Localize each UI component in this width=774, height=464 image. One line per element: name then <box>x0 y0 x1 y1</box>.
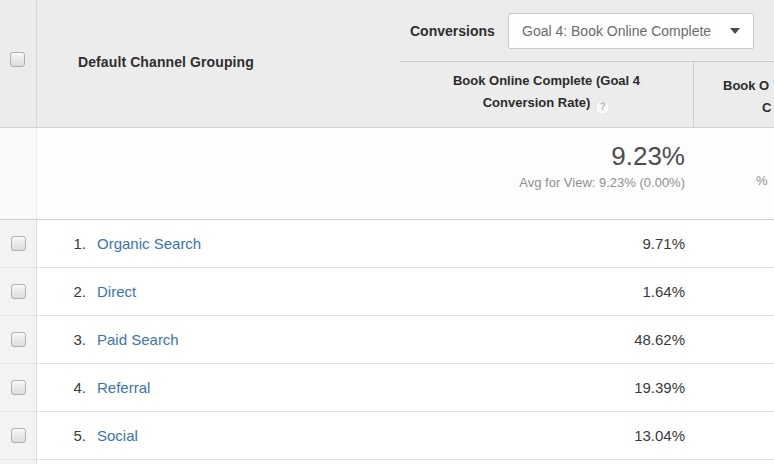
row-checkbox-cell <box>0 364 37 411</box>
analytics-conversions-table: Default Channel Grouping Conversions Goa… <box>0 0 774 464</box>
summary-conversion-rate: 9.23% <box>611 141 685 172</box>
select-all-checkbox[interactable] <box>10 52 25 67</box>
channel-link[interactable]: Social <box>97 427 138 444</box>
channel-link[interactable]: Paid Search <box>97 331 179 348</box>
summary-row: 9.23% Avg for View: 9.23% (0.00%) % <box>0 128 774 220</box>
conversions-label: Conversions <box>410 23 495 39</box>
row-checkbox-cell <box>0 460 37 464</box>
next-metric-column-header-fragment[interactable]: Book O <box>723 78 769 93</box>
column-divider <box>693 62 694 128</box>
row-index: 5. <box>52 427 86 444</box>
next-metric-column-header-fragment-line2: C <box>762 100 771 115</box>
row-index: 1. <box>52 235 86 252</box>
row-index: 4. <box>52 379 86 396</box>
channel-link[interactable]: Direct <box>97 283 136 300</box>
summary-checkbox-column <box>0 128 37 219</box>
table-row: 4. Referral 19.39% <box>0 364 774 412</box>
row-checkbox[interactable] <box>11 380 26 395</box>
row-checkbox-cell <box>0 316 37 363</box>
conversion-rate-value: 9.71% <box>642 235 685 252</box>
row-checkbox-cell <box>0 268 37 315</box>
next-column-summary-fragment: % <box>756 173 768 188</box>
row-checkbox[interactable] <box>11 332 26 347</box>
conversion-rate-value: 13.04% <box>634 427 685 444</box>
help-icon[interactable]: ? <box>595 100 610 115</box>
checkbox-column-header <box>0 0 37 128</box>
conversion-rate-value: 1.64% <box>642 283 685 300</box>
row-checkbox[interactable] <box>11 428 26 443</box>
row-index: 2. <box>52 283 86 300</box>
table-row: 1. Organic Search 9.71% <box>0 220 774 268</box>
table-header: Default Channel Grouping Conversions Goa… <box>0 0 774 128</box>
table-row: 5. Social 13.04% <box>0 412 774 460</box>
channel-link[interactable]: Organic Search <box>97 235 201 252</box>
metric-column-header[interactable]: Book Online Complete (Goal 4 Conversion … <box>400 70 693 115</box>
conversion-rate-value: 19.39% <box>634 379 685 396</box>
goal-selector-value: Goal 4: Book Online Complete <box>522 23 711 39</box>
metric-column-header-line2: Conversion Rate) <box>483 95 591 110</box>
channel-link[interactable]: Referral <box>97 379 150 396</box>
row-index: 3. <box>52 331 86 348</box>
table-row: 3. Paid Search 48.62% <box>0 316 774 364</box>
chevron-down-icon <box>730 28 740 34</box>
summary-average-label: Avg for View: 9.23% (0.00%) <box>519 175 685 190</box>
row-checkbox[interactable] <box>11 236 26 251</box>
conversion-rate-value: 48.62% <box>634 331 685 348</box>
table-row: 2. Direct 1.64% <box>0 268 774 316</box>
conversions-header-bar: Conversions Goal 4: Book Online Complete <box>400 0 774 62</box>
table-body: 1. Organic Search 9.71% 2. Direct 1.64% … <box>0 220 774 464</box>
metric-column-header-line1: Book Online Complete (Goal 4 <box>453 73 640 88</box>
row-checkbox[interactable] <box>11 284 26 299</box>
table-row-partial <box>0 460 774 464</box>
row-checkbox-cell <box>0 412 37 459</box>
row-checkbox-cell <box>0 220 37 267</box>
dimension-column-header[interactable]: Default Channel Grouping <box>78 54 254 70</box>
goal-selector-dropdown[interactable]: Goal 4: Book Online Complete <box>508 13 754 49</box>
